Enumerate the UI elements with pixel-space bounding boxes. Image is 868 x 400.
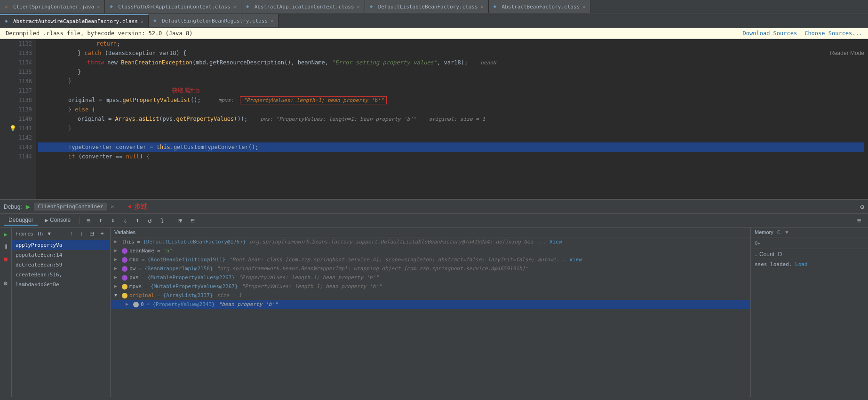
pause-btn[interactable]: ⏸ <box>1 242 10 251</box>
var-beanname[interactable]: ▶ beanName = "a" <box>111 246 750 255</box>
tab-console[interactable]: ▶ Console <box>40 215 75 226</box>
search-box: Q▸ <box>751 237 868 249</box>
frame-item-4[interactable]: lambda$doGetBe <box>12 280 110 290</box>
tab-defaultlistable[interactable]: ◆ DefaultListableBeanFactory.class ✕ <box>365 0 489 13</box>
frames-down-btn[interactable]: ↓ <box>77 229 86 238</box>
var-mpvs[interactable]: ▶ mpvs = {MutablePropertyValues@2267} "P… <box>111 282 750 291</box>
frames-filter-btn[interactable]: ⊟ <box>88 229 96 238</box>
frame-item-0[interactable]: applyPropertyVa <box>12 240 110 250</box>
frames-list-btn[interactable]: ≡ <box>83 215 94 226</box>
var-mbd[interactable]: ▶ mbd = {RootBeanDefinition@1911} "Root … <box>111 255 750 264</box>
editor-area: 1132 1133 1134 1135 1136 1137 1138 1139 … <box>0 39 868 199</box>
ln-1135: 1135 <box>4 67 32 77</box>
ln-1138: 1138 <box>4 95 32 105</box>
breakpoint-indicator <box>13 61 16 64</box>
settings-icon[interactable]: ⚙ <box>860 203 864 211</box>
var-original[interactable]: ▼ original = {ArrayList@2337} size = 1 <box>111 291 750 300</box>
code-line-1140: original = Arrays.asList(pvs.getProperty… <box>40 114 864 124</box>
resume-program-btn[interactable]: ▶ <box>26 202 31 211</box>
expand-icon: ▶ <box>126 301 131 306</box>
close-debug-btn[interactable]: ≡ <box>854 215 864 226</box>
code-editor: Reader Mode return; } catch (BeansExcept… <box>36 39 868 199</box>
step-over-up-btn[interactable]: ⬆ <box>96 215 106 226</box>
yellow-icon <box>122 284 127 290</box>
memory-more-btn[interactable]: ▼ <box>784 229 789 235</box>
stop-btn[interactable]: ■ <box>1 254 10 263</box>
step-into-btn[interactable]: ⬇ <box>108 215 118 226</box>
tab-defaultsingleton[interactable]: ◆ DefaultSingletonBeanRegistry.class ✕ <box>149 14 279 27</box>
tab-close-btn[interactable]: ✕ <box>357 4 360 9</box>
stepover-chinese-label: 步过 <box>134 203 147 211</box>
status-bar: https://blog.csdn <box>0 397 868 400</box>
frames-up-btn[interactable]: ↑ <box>67 229 75 238</box>
tab-debugger[interactable]: Debugger <box>4 215 38 226</box>
expand-icon: ▶ <box>114 266 120 271</box>
tab-client-spring-container[interactable]: ☕ ClientSpringContainer.java ✕ <box>0 0 105 13</box>
download-sources-link[interactable]: Download Sources <box>743 30 797 37</box>
frames-copy-btn[interactable]: + <box>98 229 106 238</box>
var-this[interactable]: ▶ this = {DefaultListableBeanFactory@175… <box>111 237 750 246</box>
tab-bar-row2: ◆ AbstractAutowireCapableBeanFactory.cla… <box>0 14 868 28</box>
step-out-btn[interactable]: ⬆ <box>132 215 143 226</box>
close-session-btn[interactable]: ✕ <box>111 204 114 210</box>
view-link[interactable]: View <box>569 257 582 263</box>
code-line-1132: return; <box>40 39 864 48</box>
var-value: {BeanWrapperImpl@2158} <box>144 266 213 272</box>
info-banner: Decompiled .class file, bytecode version… <box>0 28 868 39</box>
code-line-1144: if (converter == null) { <box>40 152 864 161</box>
var-pvs[interactable]: ▶ pvs = {MutablePropertyValues@2267} "Pr… <box>111 273 750 282</box>
frame-item-3[interactable]: createBean:516, <box>12 270 110 280</box>
toolbar-separator2 <box>171 217 171 224</box>
settings-side-btn[interactable]: ⚙ <box>1 278 10 288</box>
view-breakpoints-btn[interactable]: ⊞ <box>175 215 185 226</box>
frames-label: Frames <box>16 231 33 236</box>
yellow-icon <box>122 293 127 298</box>
tab-abstractautowire[interactable]: ◆ AbstractAutowireCapableBeanFactory.cla… <box>0 14 149 27</box>
load-link[interactable]: Load <box>795 261 808 267</box>
tab-close-btn[interactable]: ✕ <box>141 19 143 24</box>
debug-session-label[interactable]: ClientSpringContainer <box>34 203 107 211</box>
var-name: this <box>122 239 135 245</box>
purple-icon <box>122 266 127 272</box>
tab-close-btn[interactable]: ✕ <box>582 4 585 9</box>
tab-label: DefaultSingletonBeanRegistry.class <box>162 18 268 24</box>
evaluate-btn[interactable]: ⤵ <box>157 215 167 226</box>
var-name: beanName <box>129 248 154 254</box>
view-link[interactable]: View <box>549 239 562 245</box>
tab-close-btn[interactable]: ✕ <box>97 4 100 9</box>
console-icon: ▶ <box>45 218 48 223</box>
ln-1132: 1132 <box>4 39 32 48</box>
tab-label: DefaultListableBeanFactory.class <box>378 4 478 10</box>
var-name: mpvs <box>129 283 142 290</box>
var-item-0[interactable]: ▶ 0 = {PropertyValue@2343} "bean propert… <box>111 300 750 309</box>
mute-breakpoints-btn[interactable]: ⊟ <box>187 215 198 226</box>
tab-classpathxml[interactable]: ◆ ClassPathXmlApplicationContext.class ✕ <box>105 0 241 13</box>
tab-label: AbstractAutowireCapableBeanFactory.class <box>13 18 138 24</box>
choose-sources-link[interactable]: Choose Sources... <box>804 30 862 37</box>
breakpoint-indicator <box>13 136 16 140</box>
breakpoint-indicator <box>13 108 16 111</box>
frame-item-1[interactable]: populateBean:14 <box>12 250 110 260</box>
tab-abstractbean[interactable]: ◆ AbstractBeanFactory.class ✕ <box>489 0 591 13</box>
source-links: Download Sources Choose Sources... <box>743 30 862 37</box>
var-bw[interactable]: ▶ bw = {BeanWrapperImpl@2158} "org.sprin… <box>111 264 750 273</box>
debug-inline-box: "PropertyValues: length=1; bean property… <box>240 96 387 104</box>
frames-header: Frames Th ▼ ↑ ↓ ⊟ + <box>12 227 110 240</box>
resume-btn[interactable]: ▶ <box>1 229 10 239</box>
thread-dropdown-btn[interactable]: ▼ <box>47 231 52 236</box>
breakpoint-indicator <box>13 155 16 158</box>
run-to-cursor-btn[interactable]: ↺ <box>144 215 155 226</box>
memory-search-input[interactable] <box>763 239 828 247</box>
class-file-icon: ◆ <box>5 18 11 24</box>
debug-header: Debug: ▶ ClientSpringContainer ✕ ➤ 步过 ⚙ <box>0 200 868 214</box>
ln-1137: 1137 <box>4 86 32 95</box>
tab-abstractapp[interactable]: ◆ AbstractApplicationContext.class ✕ <box>241 0 365 13</box>
expand-icon: ▶ <box>114 275 120 280</box>
var-name: 0 <box>141 301 144 307</box>
tab-close-btn[interactable]: ✕ <box>271 18 273 24</box>
tab-close-btn[interactable]: ✕ <box>233 4 236 9</box>
tab-close-btn[interactable]: ✕ <box>481 4 484 9</box>
frame-item-2[interactable]: doCreateBean:59 <box>12 260 110 270</box>
breakpoint-indicator <box>13 79 16 83</box>
force-step-into-btn[interactable]: ⇩ <box>120 215 130 226</box>
